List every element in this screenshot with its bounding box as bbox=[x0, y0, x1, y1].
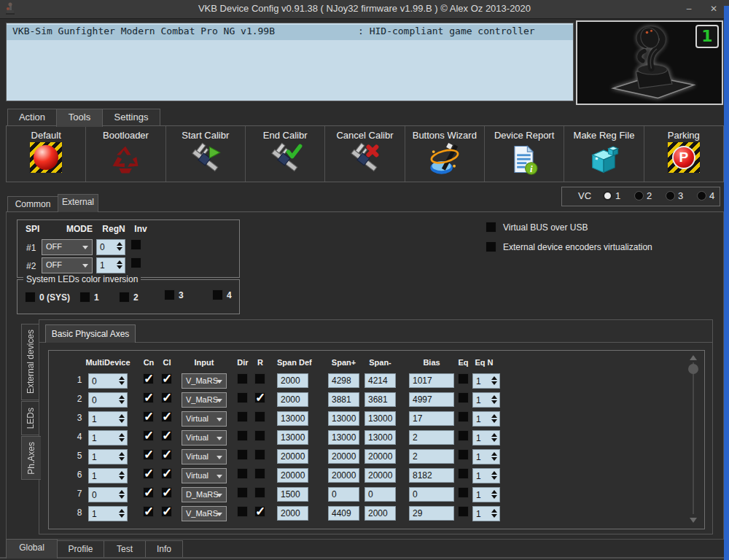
stepper-arrows[interactable] bbox=[117, 260, 122, 269]
led-checkbox-2[interactable]: 2 bbox=[119, 292, 139, 303]
eq-n-stepper[interactable]: 1 bbox=[472, 430, 500, 446]
stepper-arrows[interactable] bbox=[491, 509, 497, 518]
stepper-arrows[interactable] bbox=[119, 433, 125, 442]
span-def-field[interactable]: 2000 bbox=[277, 373, 308, 388]
stepper-arrows[interactable] bbox=[119, 395, 125, 404]
bias-field[interactable]: 8182 bbox=[409, 468, 454, 483]
cl-checkbox[interactable] bbox=[161, 449, 172, 460]
cl-checkbox[interactable] bbox=[161, 468, 172, 479]
eq-checkbox[interactable] bbox=[458, 468, 469, 479]
spi-1-regn-stepper[interactable]: 0 bbox=[96, 239, 125, 255]
bias-field[interactable]: 4997 bbox=[409, 392, 454, 407]
checkbox-icon[interactable] bbox=[212, 289, 223, 300]
checkbox-icon[interactable] bbox=[486, 222, 496, 233]
menu-tab-action[interactable]: Action bbox=[7, 109, 57, 125]
side-tab-phaxes[interactable]: Ph.Axes bbox=[21, 436, 41, 480]
side-tab-leds[interactable]: LEDs bbox=[21, 401, 40, 435]
checkbox-icon[interactable] bbox=[119, 292, 130, 303]
checkbox-icon[interactable] bbox=[25, 292, 36, 303]
cn-checkbox[interactable] bbox=[143, 449, 154, 460]
stepper-arrows[interactable] bbox=[119, 509, 125, 518]
stepper-arrows[interactable] bbox=[119, 471, 125, 480]
tab-profile[interactable]: Profile bbox=[57, 540, 104, 557]
spi-2-regn-stepper[interactable]: 1 bbox=[96, 257, 125, 273]
multidevice-stepper[interactable]: 1 bbox=[88, 411, 128, 427]
led-checkbox-3[interactable]: 3 bbox=[164, 289, 184, 300]
r-checkbox[interactable] bbox=[254, 373, 265, 384]
led-checkbox-4[interactable]: 4 bbox=[212, 289, 232, 300]
dir-checkbox[interactable] bbox=[237, 487, 248, 498]
r-checkbox[interactable] bbox=[254, 430, 265, 441]
make-reg-file-button[interactable]: Make Reg File bbox=[564, 126, 644, 182]
dir-checkbox[interactable] bbox=[237, 468, 248, 479]
bias-field[interactable]: 29 bbox=[409, 506, 454, 521]
span-plus-field[interactable]: 20000 bbox=[328, 468, 359, 483]
cl-checkbox[interactable] bbox=[161, 506, 172, 517]
led-checkbox-0[interactable]: 0 (SYS) bbox=[25, 292, 70, 303]
r-checkbox[interactable] bbox=[254, 506, 265, 517]
checkbox-icon[interactable] bbox=[164, 289, 175, 300]
multidevice-stepper[interactable]: 1 bbox=[88, 430, 128, 446]
multidevice-stepper[interactable]: 0 bbox=[88, 392, 128, 408]
parking-button[interactable]: Parking P bbox=[644, 126, 723, 182]
minimize-button[interactable]: – bbox=[678, 1, 700, 17]
span-minus-field[interactable]: 3681 bbox=[364, 392, 396, 407]
eq-checkbox[interactable] bbox=[458, 487, 469, 498]
span-plus-field[interactable]: 13000 bbox=[328, 430, 359, 445]
stepper-arrows[interactable] bbox=[491, 471, 497, 480]
input-dropdown[interactable]: Virtual bbox=[182, 449, 227, 464]
stepper-arrows[interactable] bbox=[491, 376, 497, 385]
stepper-arrows[interactable] bbox=[491, 395, 497, 404]
span-def-field[interactable]: 1500 bbox=[277, 487, 308, 502]
multidevice-stepper[interactable]: 1 bbox=[88, 468, 128, 483]
stepper-arrows[interactable] bbox=[491, 433, 497, 442]
cn-checkbox[interactable] bbox=[143, 506, 154, 517]
r-checkbox[interactable] bbox=[254, 411, 265, 422]
cl-checkbox[interactable] bbox=[161, 392, 172, 403]
r-checkbox[interactable] bbox=[254, 392, 265, 403]
multidevice-stepper[interactable]: 0 bbox=[88, 487, 128, 502]
checkbox-icon[interactable] bbox=[79, 292, 90, 303]
eq-checkbox[interactable] bbox=[458, 449, 469, 460]
spi-1-mode-dropdown[interactable]: OFF bbox=[42, 239, 93, 255]
eq-n-stepper[interactable]: 1 bbox=[472, 373, 500, 389]
bootloader-button[interactable]: Bootloader bbox=[86, 126, 165, 182]
menu-tab-tools[interactable]: Tools bbox=[56, 109, 103, 127]
input-dropdown[interactable]: V_MaRS bbox=[182, 392, 227, 408]
input-dropdown[interactable]: V_MaRS bbox=[182, 373, 227, 389]
cl-checkbox[interactable] bbox=[161, 487, 172, 498]
tab-global[interactable]: Global bbox=[6, 539, 58, 559]
bias-field[interactable]: 17 bbox=[409, 411, 454, 426]
dir-checkbox[interactable] bbox=[237, 430, 248, 441]
eq-n-stepper[interactable]: 1 bbox=[472, 506, 500, 521]
span-def-field[interactable]: 13000 bbox=[277, 411, 308, 426]
eq-n-stepper[interactable]: 1 bbox=[472, 449, 500, 464]
stepper-arrows[interactable] bbox=[119, 490, 125, 499]
bias-field[interactable]: 0 bbox=[409, 487, 454, 502]
span-plus-field[interactable]: 0 bbox=[328, 487, 359, 502]
span-plus-field[interactable]: 13000 bbox=[328, 411, 359, 426]
stepper-arrows[interactable] bbox=[491, 452, 497, 461]
span-plus-field[interactable]: 3881 bbox=[328, 392, 359, 407]
close-button[interactable]: ✕ bbox=[703, 1, 725, 17]
dir-checkbox[interactable] bbox=[237, 506, 248, 517]
input-dropdown[interactable]: V_MaRS bbox=[182, 506, 227, 521]
eq-checkbox[interactable] bbox=[458, 411, 469, 422]
checkbox-icon[interactable] bbox=[486, 241, 496, 252]
cn-checkbox[interactable] bbox=[143, 487, 154, 498]
scroll-up-icon[interactable] bbox=[690, 355, 697, 360]
cn-checkbox[interactable] bbox=[143, 468, 154, 479]
radio-icon[interactable] bbox=[666, 191, 675, 201]
stepper-arrows[interactable] bbox=[119, 376, 125, 385]
span-minus-field[interactable]: 2000 bbox=[364, 506, 396, 521]
r-checkbox[interactable] bbox=[254, 449, 265, 460]
spi-2-inv-checkbox[interactable] bbox=[130, 257, 141, 268]
span-minus-field[interactable]: 20000 bbox=[364, 468, 396, 483]
multidevice-stepper[interactable]: 0 bbox=[88, 373, 128, 389]
spi-2-mode-dropdown[interactable]: OFF bbox=[42, 257, 93, 273]
stepper-arrows[interactable] bbox=[119, 414, 125, 423]
bias-field[interactable]: 2 bbox=[409, 430, 454, 445]
end-calibr-button[interactable]: End Calibr bbox=[246, 126, 325, 182]
virtual-bus-option[interactable]: Virtual BUS over USB bbox=[486, 222, 588, 233]
cn-checkbox[interactable] bbox=[143, 430, 154, 441]
